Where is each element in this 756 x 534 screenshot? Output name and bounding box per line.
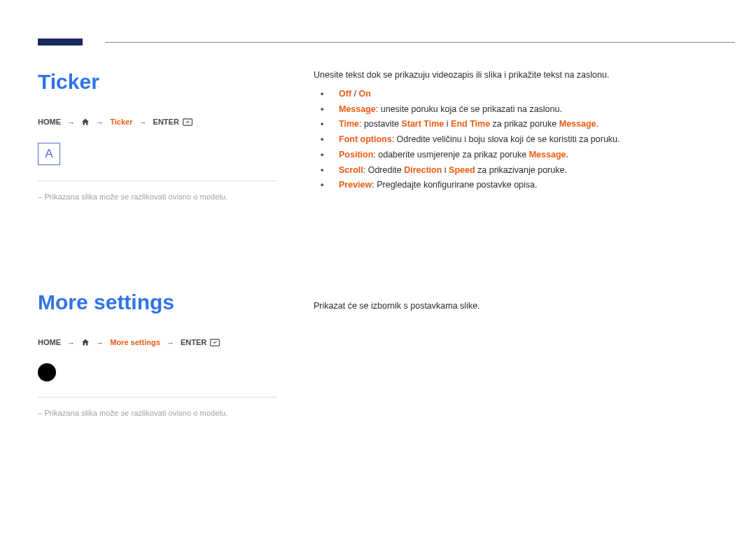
enter-icon — [209, 338, 220, 346]
bc-home-label: HOME — [38, 118, 61, 126]
bullet-mark: • — [321, 164, 339, 177]
bullet-text: Off / On — [339, 87, 371, 101]
bullet-mark: • — [321, 178, 339, 192]
thumbnail-a: A — [38, 143, 277, 165]
letter-a-box: A — [38, 143, 60, 165]
header-rule — [105, 42, 735, 43]
bullet-mark: • — [321, 148, 339, 162]
bullet-mark: • — [321, 87, 339, 101]
footnote: Prikazana slika može se razlikovati ovis… — [38, 192, 277, 201]
bc-enter-label: ENTER — [153, 118, 179, 126]
bullet-text: Message: unesite poruku koja će se prika… — [339, 103, 562, 116]
header-accent — [38, 38, 83, 45]
bullet-text: Font options: Odredite veličinu i boju s… — [339, 133, 620, 146]
arrow-icon: → — [139, 118, 147, 127]
arrow-icon: → — [167, 339, 174, 347]
section-title-ticker: Ticker — [38, 70, 277, 94]
bc-home-label: HOME — [38, 338, 61, 346]
intro-text: Prikazat će se izbornik s postavkama sli… — [314, 301, 720, 311]
enter-icon — [181, 118, 192, 126]
thumb-divider — [38, 397, 277, 398]
bullet-text: Time: postavite Start Time i End Time za… — [339, 118, 598, 131]
intro-text: Unesite tekst dok se prikazuju videozapi… — [314, 69, 720, 82]
bullet-item: •Off / On — [321, 87, 720, 101]
bullet-item: •Scroll: Odredite Direction i Speed za p… — [321, 164, 720, 177]
footnote: Prikazana slika može se razlikovati ovis… — [38, 409, 277, 417]
arrow-icon: → — [67, 118, 75, 127]
breadcrumb: HOME → → More settings → ENTER — [38, 338, 277, 348]
bullet-item: •Message: unesite poruku koja će se prik… — [321, 103, 720, 116]
bc-enter-label: ENTER — [181, 338, 206, 346]
bullet-mark: • — [321, 133, 339, 146]
bullet-text: Preview: Pregledajte konfigurirane posta… — [339, 178, 538, 192]
arrow-icon: → — [96, 339, 104, 347]
bullet-item: •Position: odaberite usmjerenje za prika… — [321, 148, 720, 162]
bc-current: More settings — [110, 338, 160, 346]
thumbnail-b — [38, 363, 277, 381]
arrow-icon: → — [67, 339, 75, 347]
bullet-mark: • — [321, 118, 339, 131]
arrow-icon: → — [96, 118, 104, 127]
section-title-more-settings: More settings — [38, 290, 277, 314]
bullet-item: •Font options: Odredite veličinu i boju … — [321, 133, 720, 146]
bullet-item: •Time: postavite Start Time i End Time z… — [321, 118, 720, 131]
thumb-divider — [38, 181, 277, 181]
home-icon — [81, 118, 90, 127]
bullet-text: Position: odaberite usmjerenje za prikaz… — [339, 148, 568, 162]
bullet-item: •Preview: Pregledajte konfigurirane post… — [321, 178, 720, 192]
black-circle-icon — [38, 363, 56, 381]
breadcrumb: HOME → → Ticker → ENTER — [38, 118, 277, 127]
bullet-mark: • — [321, 103, 339, 116]
home-icon — [81, 338, 90, 348]
bc-current: Ticker — [110, 118, 132, 126]
bullet-text: Scroll: Odredite Direction i Speed za pr… — [339, 164, 567, 177]
